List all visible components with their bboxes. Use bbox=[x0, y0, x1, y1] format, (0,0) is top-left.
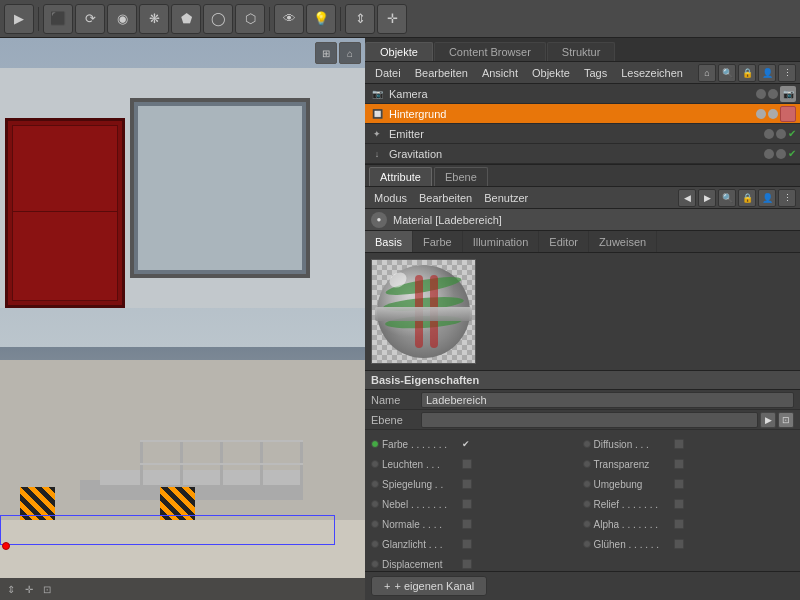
menu-lock-icon[interactable]: 🔒 bbox=[738, 64, 756, 82]
ch-leuchten-check[interactable] bbox=[462, 459, 472, 469]
menu-lesezeichen[interactable]: Lesezeichen bbox=[615, 65, 689, 81]
menu-objekte[interactable]: Objekte bbox=[526, 65, 576, 81]
vp-expand[interactable]: ⊞ bbox=[315, 42, 337, 64]
menu-tags[interactable]: Tags bbox=[578, 65, 613, 81]
attr-bearbeiten[interactable]: Bearbeiten bbox=[414, 191, 477, 205]
tab-objekte[interactable]: Objekte bbox=[365, 42, 433, 61]
attr-benutzer[interactable]: Benutzer bbox=[479, 191, 533, 205]
channel-tab-basis[interactable]: Basis bbox=[365, 231, 413, 252]
attr-more-icon[interactable]: ⋮ bbox=[778, 189, 796, 207]
channel-row-5: Normale . . . . Alpha . . . . . . . bbox=[371, 514, 794, 534]
emitter-dot1 bbox=[764, 129, 774, 139]
ch-nebel-check[interactable] bbox=[462, 499, 472, 509]
obj-row-kamera[interactable]: 📷 Kamera 📷 bbox=[365, 84, 800, 104]
emitter-dot2 bbox=[776, 129, 786, 139]
objects-panel: 📷 Kamera 📷 🔲 Hintergrund bbox=[365, 84, 800, 165]
ch-alpha: Alpha . . . . . . . bbox=[583, 519, 795, 530]
menu-datei[interactable]: Datei bbox=[369, 65, 407, 81]
attr-modus[interactable]: Modus bbox=[369, 191, 412, 205]
ch-relief-check[interactable] bbox=[674, 499, 684, 509]
gravitation-icon: ↓ bbox=[369, 146, 385, 162]
ch-gluhen-label: Glühen . . . . . . bbox=[594, 539, 674, 550]
rail-top bbox=[140, 440, 303, 442]
ch-glanzlicht-check[interactable] bbox=[462, 539, 472, 549]
ch-alpha-label: Alpha . . . . . . . bbox=[594, 519, 674, 530]
kamera-indicators: 📷 bbox=[756, 86, 796, 102]
play-btn[interactable]: ▶ bbox=[4, 4, 34, 34]
add-channel-button[interactable]: + + eigenen Kanal bbox=[371, 576, 487, 596]
ebene-arrow-btn[interactable]: ▶ bbox=[760, 412, 776, 428]
ch-umgebung-check[interactable] bbox=[674, 479, 684, 489]
tool-light[interactable]: 💡 bbox=[306, 4, 336, 34]
channel-tab-zuweisen[interactable]: Zuweisen bbox=[589, 231, 657, 252]
menu-ansicht[interactable]: Ansicht bbox=[476, 65, 524, 81]
channel-tab-illumination[interactable]: Illumination bbox=[463, 231, 540, 252]
viewport[interactable]: ⊞ ⌂ ⇕ ✛ ⊡ bbox=[0, 38, 365, 600]
name-input[interactable] bbox=[421, 392, 794, 408]
attr-user-icon[interactable]: 👤 bbox=[758, 189, 776, 207]
tool-rotate[interactable]: ⟳ bbox=[75, 4, 105, 34]
channel-tab-editor[interactable]: Editor bbox=[539, 231, 589, 252]
ch-nebel-label: Nebel . . . . . . . bbox=[382, 499, 462, 510]
tab-struktur[interactable]: Struktur bbox=[547, 42, 616, 61]
ch-relief-label: Relief . . . . . . . bbox=[594, 499, 674, 510]
tool-hex[interactable]: ⬡ bbox=[235, 4, 265, 34]
attr-lock-icon[interactable]: 🔒 bbox=[738, 189, 756, 207]
ch-transparenz-check[interactable] bbox=[674, 459, 684, 469]
ch-diffusion-dot bbox=[583, 440, 591, 448]
ch-nebel: Nebel . . . . . . . bbox=[371, 499, 583, 510]
kamera-dot1 bbox=[756, 89, 766, 99]
hintergrund-dot1 bbox=[756, 109, 766, 119]
tab-content-browser[interactable]: Content Browser bbox=[434, 42, 546, 61]
ch-glanzlicht-label: Glanzlicht . . . bbox=[382, 539, 462, 550]
ch-normale-label: Normale . . . . bbox=[382, 519, 462, 530]
ch-farbe: Farbe . . . . . . . ✔ bbox=[371, 439, 583, 450]
kamera-cam-icon: 📷 bbox=[780, 86, 796, 102]
sep1 bbox=[38, 7, 39, 31]
tool-eye[interactable]: 👁 bbox=[274, 4, 304, 34]
menu-bearbeiten[interactable]: Bearbeiten bbox=[409, 65, 474, 81]
obj-row-hintergrund[interactable]: 🔲 Hintergrund bbox=[365, 104, 800, 124]
ebene-input[interactable] bbox=[421, 412, 758, 428]
ch-farbe-check[interactable]: ✔ bbox=[462, 439, 470, 449]
tool-cube[interactable]: ⬛ bbox=[43, 4, 73, 34]
attr-tab-attribute[interactable]: Attribute bbox=[369, 167, 432, 186]
sep2 bbox=[269, 7, 270, 31]
menu-search-icon[interactable]: 🔍 bbox=[718, 64, 736, 82]
ch-diffusion-check[interactable] bbox=[674, 439, 684, 449]
channel-tab-farbe[interactable]: Farbe bbox=[413, 231, 463, 252]
ch-gluhen-check[interactable] bbox=[674, 539, 684, 549]
vp-arrows-btn[interactable]: ⇕ bbox=[4, 584, 18, 595]
obj-row-emitter[interactable]: ✦ Emitter ✔ bbox=[365, 124, 800, 144]
vp-home[interactable]: ⌂ bbox=[339, 42, 361, 64]
attr-tab-ebene[interactable]: Ebene bbox=[434, 167, 488, 186]
red-point bbox=[2, 542, 10, 550]
vp-cam-btn[interactable]: ⊡ bbox=[40, 584, 54, 595]
ch-displacement-check[interactable] bbox=[462, 559, 472, 569]
tool-circle[interactable]: ◯ bbox=[203, 4, 233, 34]
tool-torus[interactable]: ⬟ bbox=[171, 4, 201, 34]
attr-back-icon[interactable]: ◀ bbox=[678, 189, 696, 207]
attr-forward-icon[interactable]: ▶ bbox=[698, 189, 716, 207]
attr-search-icon[interactable]: 🔍 bbox=[718, 189, 736, 207]
menu-user-icon[interactable]: 👤 bbox=[758, 64, 776, 82]
ch-spiegelung-dot bbox=[371, 480, 379, 488]
obj-row-gravitation[interactable]: ↓ Gravitation ✔ bbox=[365, 144, 800, 164]
ch-displacement-label: Displacement bbox=[382, 559, 462, 570]
ch-leuchten-label: Leuchten . . . bbox=[382, 459, 462, 470]
vp-plus-btn[interactable]: ✛ bbox=[22, 584, 36, 595]
tool-move[interactable]: ✛ bbox=[377, 4, 407, 34]
menu-home-icon[interactable]: ⌂ bbox=[698, 64, 716, 82]
menu-more-icon[interactable]: ⋮ bbox=[778, 64, 796, 82]
tool-sphere[interactable]: ◉ bbox=[107, 4, 137, 34]
ch-spiegelung-check[interactable] bbox=[462, 479, 472, 489]
tab-bar: Objekte Content Browser Struktur bbox=[365, 38, 800, 62]
rail-mid bbox=[140, 463, 303, 465]
ch-alpha-check[interactable] bbox=[674, 519, 684, 529]
tool-arrows[interactable]: ⇕ bbox=[345, 4, 375, 34]
tool-flower[interactable]: ❋ bbox=[139, 4, 169, 34]
ch-leuchten-dot bbox=[371, 460, 379, 468]
ebene-expand-btn[interactable]: ⊡ bbox=[778, 412, 794, 428]
ch-normale-check[interactable] bbox=[462, 519, 472, 529]
post3 bbox=[220, 440, 223, 500]
